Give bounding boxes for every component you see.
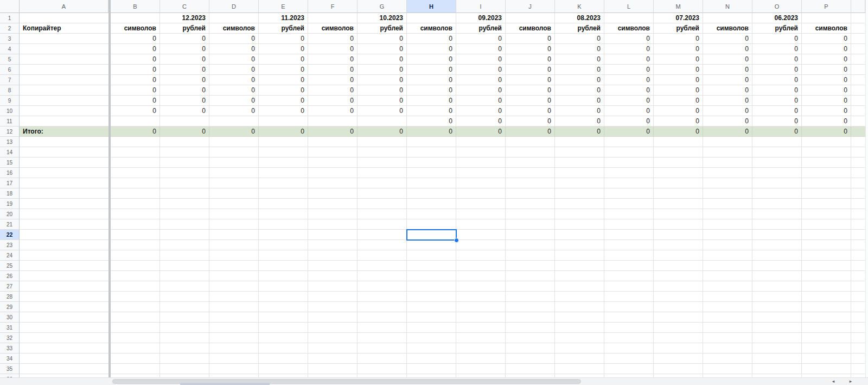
column-header-E[interactable]: E — [259, 0, 308, 13]
cell-O14[interactable] — [752, 147, 802, 157]
cell-H4[interactable]: 0 — [407, 44, 456, 54]
cell-L9[interactable]: 0 — [604, 96, 654, 106]
cell-E15[interactable] — [259, 157, 308, 168]
cell-I35[interactable] — [456, 364, 506, 374]
cell-B8[interactable]: 0 — [111, 85, 160, 96]
cell-D4[interactable]: 0 — [209, 44, 259, 54]
cell-A21[interactable] — [20, 219, 108, 230]
cell-G15[interactable] — [358, 157, 407, 168]
cell-G23[interactable] — [358, 240, 407, 250]
cell-B31[interactable] — [111, 323, 160, 333]
cell-M3[interactable]: 0 — [654, 34, 703, 44]
column-header-L[interactable]: L — [604, 0, 654, 13]
cell-K30[interactable] — [555, 312, 604, 323]
cell-I27[interactable] — [456, 281, 506, 292]
row-header-28[interactable]: 28 — [0, 292, 20, 302]
cell-N35[interactable] — [703, 364, 752, 374]
cell-C32[interactable] — [160, 333, 209, 343]
cell-J22[interactable] — [506, 230, 555, 240]
cell-A15[interactable] — [20, 157, 108, 168]
cell-N21[interactable] — [703, 219, 752, 230]
cell-C26[interactable] — [160, 271, 209, 281]
column-header-I[interactable]: I — [456, 0, 506, 13]
column-header-M[interactable]: M — [654, 0, 703, 13]
cell-P32[interactable] — [802, 333, 851, 343]
select-all-corner[interactable] — [0, 0, 20, 13]
cell-I2[interactable]: рублей — [456, 23, 506, 34]
cell-partial-34[interactable] — [851, 354, 865, 364]
row-header-12[interactable]: 12 — [0, 127, 20, 137]
cell-E23[interactable] — [259, 240, 308, 250]
cell-L35[interactable] — [604, 364, 654, 374]
cell-N9[interactable]: 0 — [703, 96, 752, 106]
cell-O6[interactable]: 0 — [752, 65, 802, 75]
cell-N18[interactable] — [703, 188, 752, 199]
cell-H2[interactable]: символов — [407, 23, 456, 34]
cell-P9[interactable]: 0 — [802, 96, 851, 106]
cell-G21[interactable] — [358, 219, 407, 230]
column-header-F[interactable]: F — [308, 0, 358, 13]
cell-P10[interactable]: 0 — [802, 106, 851, 116]
cell-H25[interactable] — [407, 261, 456, 271]
cell-J23[interactable] — [506, 240, 555, 250]
cell-M26[interactable] — [654, 271, 703, 281]
cell-K17[interactable] — [555, 178, 604, 188]
scroll-left-icon[interactable]: ◂ — [827, 378, 840, 385]
cell-B11[interactable] — [111, 116, 160, 127]
cell-P30[interactable] — [802, 312, 851, 323]
cell-C30[interactable] — [160, 312, 209, 323]
cell-H1[interactable] — [407, 13, 456, 23]
cell-O18[interactable] — [752, 188, 802, 199]
cell-A32[interactable] — [20, 333, 108, 343]
cell-J27[interactable] — [506, 281, 555, 292]
row-header-14[interactable]: 14 — [0, 147, 20, 157]
cell-H3[interactable]: 0 — [407, 34, 456, 44]
cell-partial-1[interactable] — [851, 13, 865, 23]
cell-O17[interactable] — [752, 178, 802, 188]
cell-O33[interactable] — [752, 343, 802, 354]
cell-A4[interactable] — [20, 44, 108, 54]
cell-G33[interactable] — [358, 343, 407, 354]
cell-D16[interactable] — [209, 168, 259, 178]
row-header-26[interactable]: 26 — [0, 271, 20, 281]
row-header-8[interactable]: 8 — [0, 85, 20, 96]
cell-H11[interactable]: 0 — [407, 116, 456, 127]
cell-J2[interactable]: символов — [506, 23, 555, 34]
cell-F34[interactable] — [308, 354, 358, 364]
cell-C35[interactable] — [160, 364, 209, 374]
cell-O35[interactable] — [752, 364, 802, 374]
cell-N32[interactable] — [703, 333, 752, 343]
horizontal-scrollbar[interactable]: ◂ ▸ — [0, 377, 868, 385]
cell-F21[interactable] — [308, 219, 358, 230]
cell-D26[interactable] — [209, 271, 259, 281]
cell-F10[interactable]: 0 — [308, 106, 358, 116]
cell-L22[interactable] — [604, 230, 654, 240]
cell-K29[interactable] — [555, 302, 604, 312]
row-header-18[interactable]: 18 — [0, 188, 20, 199]
cell-E28[interactable] — [259, 292, 308, 302]
cell-H26[interactable] — [407, 271, 456, 281]
cell-J21[interactable] — [506, 219, 555, 230]
cell-N23[interactable] — [703, 240, 752, 250]
cell-H30[interactable] — [407, 312, 456, 323]
cell-partial-16[interactable] — [851, 168, 865, 178]
scroll-right-icon[interactable]: ▸ — [844, 378, 857, 385]
cell-K4[interactable]: 0 — [555, 44, 604, 54]
cell-I32[interactable] — [456, 333, 506, 343]
cell-G6[interactable]: 0 — [358, 65, 407, 75]
cell-H12[interactable]: 0 — [407, 127, 456, 137]
cell-K34[interactable] — [555, 354, 604, 364]
cell-M29[interactable] — [654, 302, 703, 312]
cell-B2[interactable]: символов — [111, 23, 160, 34]
cell-C31[interactable] — [160, 323, 209, 333]
cell-I13[interactable] — [456, 137, 506, 147]
cell-N12[interactable]: 0 — [703, 127, 752, 137]
cell-G1[interactable]: 10.2023 — [358, 13, 407, 23]
cell-L1[interactable] — [604, 13, 654, 23]
cell-A35[interactable] — [20, 364, 108, 374]
cell-K18[interactable] — [555, 188, 604, 199]
cell-D5[interactable]: 0 — [209, 54, 259, 65]
cell-B7[interactable]: 0 — [111, 75, 160, 85]
row-header-1[interactable]: 1 — [0, 13, 20, 23]
cell-F20[interactable] — [308, 209, 358, 219]
